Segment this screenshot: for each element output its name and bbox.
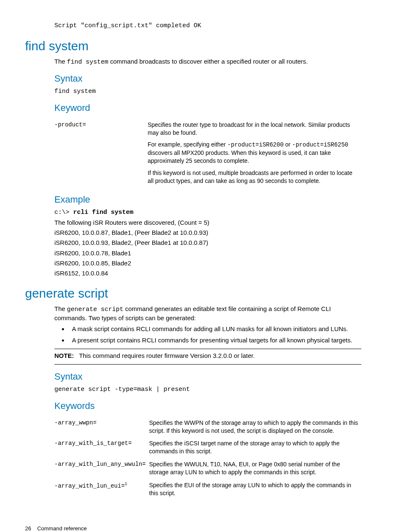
divider — [54, 349, 361, 349]
page-number: 26 — [25, 525, 31, 532]
page-footer: 26 Command reference — [25, 525, 361, 532]
note: NOTE: This command requires router firmw… — [54, 352, 361, 360]
keyword-name: -array_with_lun_any_wwuln= — [54, 458, 149, 479]
keyword-desc: Specifies the router type to broadcast f… — [148, 118, 361, 188]
divider — [54, 364, 361, 365]
section-heading-find-system: find system — [25, 38, 361, 55]
example-output-line: The following iSR Routers were discovere… — [54, 218, 361, 227]
example-output-line: iSR6200, 10.0.0.87, Blade1, (Peer Blade2… — [54, 229, 361, 237]
example-output-line: iSR6152, 10.0.0.84 — [54, 269, 361, 278]
generate-script-intro: The generate script command generates an… — [54, 305, 361, 323]
syntax-heading: Syntax — [54, 72, 361, 85]
section-heading-generate-script: generate script — [25, 285, 361, 302]
table-row: -array_with_lun_any_wwuln= Specifies the… — [54, 458, 361, 479]
keywords-heading: Keywords — [54, 400, 361, 412]
keyword-desc: Specifies the EUI of the storage array L… — [149, 479, 361, 500]
syntax-text: generate script -type=mask | present — [54, 386, 190, 393]
syntax-heading: Syntax — [54, 370, 361, 383]
list-item: A present script contains RCLI commands … — [69, 336, 361, 344]
keyword-desc: Specifies the iSCSI target name of the s… — [149, 437, 361, 458]
script-types-list: A mask script contains RCLI commands for… — [54, 325, 361, 344]
example-heading: Example — [54, 193, 361, 206]
footer-label: Command reference — [37, 525, 87, 532]
table-row: -array_with_is_target= Specifies the iSC… — [54, 437, 361, 458]
example-output-line: iSR6200, 10.0.0.78, Blade1 — [54, 249, 361, 257]
syntax-text: find system — [54, 88, 96, 95]
example-output-line: iSR6200, 10.0.0.93, Blade2, (Peer Blade1… — [54, 239, 361, 247]
table-row: -array_with_lun_eui=1 Specifies the EUI … — [54, 479, 361, 500]
example-output-line: iSR6200, 10.0.0.85, Blade2 — [54, 259, 361, 267]
keyword-heading: Keyword — [54, 102, 361, 114]
example-command: c:\> rcli find system — [54, 208, 361, 217]
keyword-name: -array_wwpn= — [54, 416, 149, 437]
keyword-name: -product= — [54, 118, 148, 188]
list-item: A mask script contains RCLI commands for… — [69, 325, 361, 333]
previous-output: Script "config_script.txt" completed OK — [54, 22, 201, 29]
keyword-name: -array_with_lun_eui=1 — [54, 479, 149, 500]
find-system-intro: The find system command broadcasts to di… — [54, 57, 361, 67]
keyword-name: -array_with_is_target= — [54, 437, 149, 458]
keyword-desc: Specifies the WWULN, T10, NAA, EUI, or P… — [149, 458, 361, 479]
keyword-table: -product= Specifies the router type to b… — [54, 118, 361, 188]
keywords-table: -array_wwpn= Specifies the WWPN of the s… — [54, 416, 361, 500]
table-row: -array_wwpn= Specifies the WWPN of the s… — [54, 416, 361, 437]
keyword-desc: Specifies the WWPN of the storage array … — [149, 416, 361, 437]
